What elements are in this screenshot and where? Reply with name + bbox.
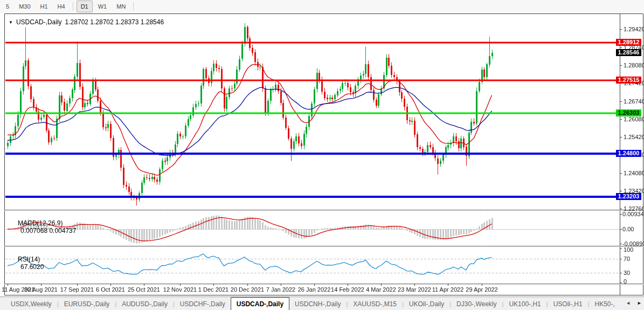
date-label: 6 Oct 2021 [96, 286, 125, 293]
price-tick-label: 1.24080 [624, 170, 644, 176]
tab-usdchf-daily[interactable]: USDCHF-,Daily [175, 298, 231, 310]
date-label: 29 Apr 2022 [466, 286, 497, 293]
tab-scroll-arrows: ◄ ► [626, 299, 642, 307]
macd-axis-label: 0.009345 [622, 211, 644, 217]
chart-ohlc-values: 1.28702 1.28702 1.28373 1.28546 [65, 18, 164, 26]
date-label: 12 Nov 2021 [163, 286, 197, 293]
price-tick-label: 1.25420 [624, 134, 644, 140]
rsi-axis-label: 30 [624, 270, 630, 276]
date-label: 14 Feb 2022 [331, 286, 364, 293]
tab-usoil-h1[interactable]: USOil-,H1 [548, 298, 588, 310]
current-price-chip: 1.28546 [616, 49, 641, 56]
price-level-chip: 1.23203 [616, 193, 641, 200]
macd-indicator-label: MACD(12,26,9) [18, 219, 63, 227]
rsi-axis-label: 0 [624, 278, 627, 285]
date-label: 23 Mar 2022 [398, 286, 431, 293]
price-level-chip: 1.24800 [616, 150, 641, 157]
chart-window: ▼ USDCAD-,Daily 1.28702 1.28702 1.28373 … [4, 13, 644, 295]
date-label: 20 Dec 2021 [231, 286, 264, 293]
price-level-chip: 1.28912 [616, 39, 641, 46]
tab-xauusd-m15[interactable]: XAUUSD-,M15 [348, 298, 402, 310]
price-tick-label: 1.26740 [624, 98, 644, 105]
tabs-scroll-right-icon[interactable]: ► [637, 299, 642, 307]
date-label: 17 Sep 2021 [60, 286, 94, 293]
price-tick-label: 1.28080 [624, 62, 644, 68]
tab-usdx-weekly[interactable]: USDX,Weekly [5, 298, 57, 310]
date-label: 11 Apr 2022 [432, 286, 464, 293]
macd-label-row: MACD(12,26,9) 0.007068 0.004737 [7, 212, 76, 242]
date-label: 25 Oct 2021 [128, 286, 160, 293]
price-level-chip: 1.27515 [616, 77, 641, 84]
tab-hk50[interactable]: HK50-, [590, 298, 620, 310]
chart-canvas[interactable] [0, 0, 644, 310]
rsi-indicator-value: 67.6020 [20, 263, 44, 271]
macd-axis-label: 0.00 [622, 226, 634, 232]
price-tick-label: 1.29420 [624, 26, 644, 32]
date-label: 26 Jan 2022 [298, 286, 331, 293]
mt4-app: 5M30H1H4D1W1MN ▼ USDCAD-,Daily 1.28702 1… [0, 0, 644, 310]
price-tick-label: 1.26080 [624, 116, 644, 122]
tab-dj30-weekly[interactable]: DJ30-,Weekly [451, 298, 502, 310]
chart-title-row: ▼ USDCAD-,Daily 1.28702 1.28702 1.28373 … [9, 18, 164, 26]
rsi-axis-label: 100 [624, 246, 633, 253]
tab-usdcad-daily[interactable]: USDCAD-,Daily [231, 297, 289, 310]
tabs-scroll-left-icon[interactable]: ◄ [626, 299, 631, 307]
macd-indicator-values: 0.007068 0.004737 [20, 227, 76, 235]
tab-usdcnh-daily[interactable]: USDCNH-,Daily [289, 298, 346, 310]
date-label: 1 Dec 2021 [198, 286, 228, 293]
chart-title: USDCAD-,Daily [16, 18, 62, 26]
tab-audusd-daily[interactable]: AUDUSD-,Daily [116, 298, 173, 310]
rsi-axis-label: 70 [624, 256, 630, 262]
tab-ukoil-daily[interactable]: UKOil-,Daily [404, 298, 449, 310]
price-level-chip: 1.26303 [616, 109, 641, 116]
symbol-tab-bar: USDX,Weekly|EURUSD-,Daily|AUDUSD-,Daily|… [0, 297, 644, 310]
rsi-indicator-label: RSI(14) [18, 256, 40, 263]
date-label: 7 Jan 2022 [266, 286, 295, 293]
date-label: 30 Aug 2021 [24, 286, 58, 293]
date-label: 4 Mar 2022 [366, 286, 396, 293]
chart-title-dropdown-icon: ▼ [9, 20, 13, 25]
rsi-label-row: RSI(14) 67.6020 [7, 248, 44, 278]
tab-eurusd-daily[interactable]: EURUSD-,Daily [59, 298, 115, 310]
tab-uk100-h1[interactable]: UK100-,H1 [503, 298, 546, 310]
